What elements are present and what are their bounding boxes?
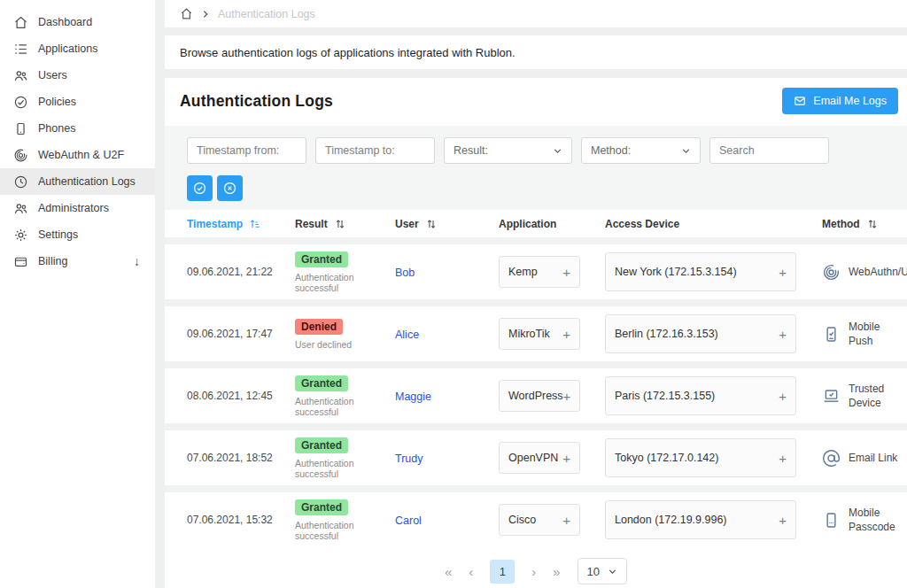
result-detail: Authentication successful bbox=[295, 458, 395, 479]
log-timestamp: 07.06.2021, 18:52 bbox=[187, 452, 295, 464]
result-detail: Authentication successful bbox=[295, 520, 395, 541]
fingerprint-icon bbox=[822, 263, 841, 282]
table-row: 07.06.2021, 18:52 Granted Authentication… bbox=[165, 430, 907, 485]
sidebar-item-applications[interactable]: Applications bbox=[0, 35, 155, 62]
result-detail: Authentication successful bbox=[295, 272, 395, 293]
sidebar-item-settings[interactable]: Settings bbox=[0, 221, 155, 248]
access-device-expander[interactable]: New York (172.15.3.154) + bbox=[605, 252, 796, 291]
people-icon bbox=[13, 68, 28, 83]
column-header-result[interactable]: Result bbox=[295, 218, 395, 230]
table-header-row: Timestamp Result User bbox=[165, 210, 907, 237]
application-expander[interactable]: MikroTik + bbox=[499, 318, 580, 350]
filters: Result: Method: bbox=[165, 126, 907, 210]
application-expander[interactable]: Cisco + bbox=[499, 504, 580, 536]
result-badge: Granted bbox=[295, 251, 348, 267]
plus-icon: + bbox=[779, 451, 787, 466]
access-device-expander[interactable]: London (172.19.9.996) + bbox=[605, 500, 796, 539]
sidebar-item-label: Dashboard bbox=[38, 16, 92, 28]
result-select[interactable]: Result: bbox=[444, 137, 572, 164]
sidebar-item-label: Applications bbox=[38, 43, 97, 55]
next-page-button[interactable]: › bbox=[531, 565, 536, 578]
home-icon[interactable] bbox=[180, 7, 193, 20]
chevron-right-icon bbox=[201, 10, 210, 19]
pagination: « ‹ 1 › » 10 bbox=[165, 554, 907, 588]
method-label: WebAuthn/U2F bbox=[849, 265, 907, 279]
check-circle-icon bbox=[192, 181, 207, 196]
sidebar-item-billing[interactable]: Billing ↓ bbox=[0, 248, 155, 275]
sidebar-item-label: Phones bbox=[38, 122, 75, 135]
column-header-method[interactable]: Method bbox=[822, 218, 907, 230]
sidebar-item-label: Billing bbox=[38, 255, 67, 267]
access-device-expander[interactable]: Tokyo (172.17.0.142) + bbox=[605, 438, 796, 477]
current-page-button[interactable]: 1 bbox=[490, 560, 515, 584]
sidebar-item-label: WebAuthn & U2F bbox=[38, 149, 124, 161]
user-link[interactable]: Bob bbox=[395, 267, 415, 279]
info-banner: Browse authentication logs of applicatio… bbox=[165, 35, 907, 69]
plus-icon: + bbox=[563, 389, 571, 404]
email-link-icon bbox=[822, 449, 841, 468]
column-header-application: Application bbox=[499, 218, 605, 230]
timestamp-to-input[interactable] bbox=[315, 137, 435, 164]
access-device-expander[interactable]: Berlin (172.16.3.153) + bbox=[605, 314, 796, 353]
timestamp-from-input[interactable] bbox=[187, 137, 306, 164]
sidebar-item-webauthn[interactable]: WebAuthn & U2F bbox=[0, 142, 155, 168]
sort-both-icon bbox=[334, 218, 346, 230]
sidebar-item-dashboard[interactable]: Dashboard bbox=[0, 9, 155, 35]
application-expander[interactable]: Kemp + bbox=[499, 256, 580, 288]
chevron-down-icon bbox=[553, 146, 562, 156]
result-badge: Granted bbox=[295, 437, 348, 453]
plus-icon: + bbox=[779, 265, 787, 280]
plus-icon: + bbox=[562, 265, 570, 280]
table-row: 07.06.2021, 15:32 Granted Authentication… bbox=[165, 492, 907, 547]
previous-page-button[interactable]: ‹ bbox=[469, 565, 473, 578]
sidebar-item-label: Policies bbox=[38, 96, 76, 108]
arrow-down-icon[interactable]: ↓ bbox=[134, 254, 142, 268]
method-label: Mobile Passcode bbox=[849, 506, 902, 534]
chevron-down-icon bbox=[608, 567, 617, 576]
page-size-select[interactable]: 10 bbox=[578, 558, 627, 584]
main-content: Authentication Logs Browse authenticatio… bbox=[165, 0, 907, 588]
user-link[interactable]: Carol bbox=[395, 514, 422, 527]
user-link[interactable]: Trudy bbox=[395, 453, 423, 465]
plus-icon: + bbox=[562, 513, 570, 528]
list-icon bbox=[13, 42, 28, 57]
sidebar-item-users[interactable]: Users bbox=[0, 62, 155, 89]
plus-icon: + bbox=[779, 513, 787, 528]
page-title: Authentication Logs bbox=[180, 92, 333, 111]
plus-icon: + bbox=[562, 327, 570, 342]
search-input[interactable] bbox=[709, 137, 829, 164]
breadcrumb: Authentication Logs bbox=[165, 0, 907, 27]
wallet-icon bbox=[13, 254, 28, 269]
clock-icon bbox=[13, 174, 28, 190]
user-link[interactable]: Maggie bbox=[395, 391, 431, 403]
sidebar-item-phones[interactable]: Phones bbox=[0, 115, 155, 142]
user-link[interactable]: Alice bbox=[395, 329, 419, 341]
check-circle-icon bbox=[13, 95, 28, 110]
sort-both-icon bbox=[425, 218, 438, 230]
log-timestamp: 09.06.2021, 17:47 bbox=[187, 328, 295, 340]
sort-both-icon bbox=[866, 218, 879, 230]
email-me-logs-button[interactable]: Email Me Logs bbox=[782, 88, 898, 114]
method-label: Mobile Push bbox=[849, 320, 902, 348]
result-badge: Granted bbox=[295, 499, 348, 515]
apply-filters-button[interactable] bbox=[187, 175, 213, 201]
sidebar: Dashboard Applications Users Policies Ph… bbox=[0, 0, 155, 588]
sidebar-item-label: Administrators bbox=[38, 202, 109, 214]
authentication-logs-card: Authentication Logs Email Me Logs Result… bbox=[165, 78, 907, 588]
column-header-timestamp[interactable]: Timestamp bbox=[187, 218, 295, 230]
access-device-expander[interactable]: Paris (172.15.3.155) + bbox=[605, 376, 796, 415]
application-expander[interactable]: WordPress + bbox=[499, 380, 580, 412]
column-header-user[interactable]: User bbox=[395, 218, 499, 230]
last-page-button[interactable]: » bbox=[553, 565, 560, 578]
sidebar-item-authentication-logs[interactable]: Authentication Logs bbox=[0, 168, 155, 195]
plus-icon: + bbox=[779, 389, 787, 404]
sidebar-item-administrators[interactable]: Administrators bbox=[0, 195, 155, 221]
clear-filters-button[interactable] bbox=[217, 175, 243, 201]
application-expander[interactable]: OpenVPN + bbox=[499, 442, 580, 474]
sidebar-item-label: Settings bbox=[38, 228, 78, 241]
gear-icon bbox=[13, 228, 28, 243]
method-select[interactable]: Method: bbox=[581, 137, 701, 164]
sidebar-item-policies[interactable]: Policies bbox=[0, 89, 155, 115]
first-page-button[interactable]: « bbox=[445, 565, 452, 578]
trusted-device-icon bbox=[822, 387, 841, 406]
